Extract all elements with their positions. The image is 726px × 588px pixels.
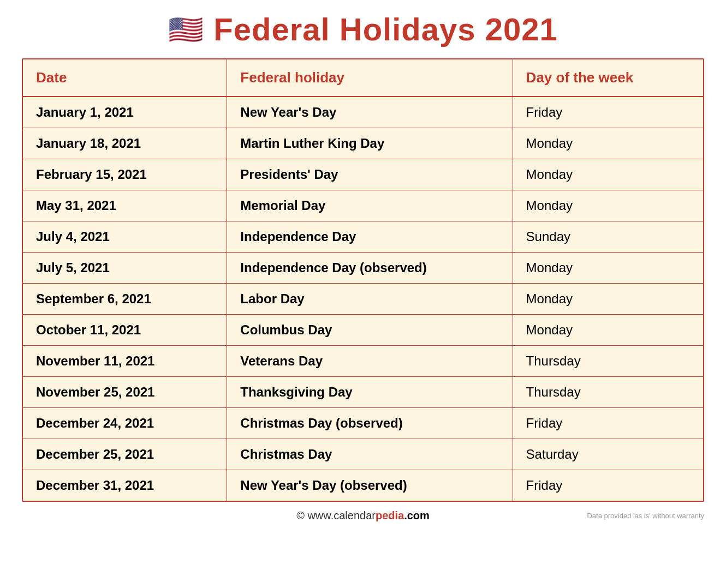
table-row: December 25, 2021Christmas DaySaturday xyxy=(23,439,703,470)
cell-day: Saturday xyxy=(513,439,703,470)
footer-disclaimer: Data provided 'as is' without warranty xyxy=(587,512,704,520)
cell-date: November 11, 2021 xyxy=(23,346,227,377)
cell-holiday: Memorial Day xyxy=(227,190,513,221)
table-row: July 4, 2021Independence DaySunday xyxy=(23,221,703,253)
holidays-table: Date Federal holiday Day of the week Jan… xyxy=(23,59,703,501)
cell-holiday: New Year's Day (observed) xyxy=(227,470,513,501)
cell-holiday: Independence Day xyxy=(227,221,513,253)
cell-holiday: Thanksgiving Day xyxy=(227,377,513,408)
footer-copyright-text: © www.calendar xyxy=(296,509,376,521)
table-row: July 5, 2021Independence Day (observed)M… xyxy=(23,253,703,284)
table-row: January 1, 2021New Year's DayFriday xyxy=(23,97,703,128)
cell-day: Monday xyxy=(513,284,703,315)
cell-day: Monday xyxy=(513,190,703,221)
flag-icon: 🇺🇸 xyxy=(168,15,204,44)
cell-holiday: Christmas Day (observed) xyxy=(227,408,513,439)
cell-holiday: Columbus Day xyxy=(227,315,513,346)
table-row: November 25, 2021Thanksgiving DayThursda… xyxy=(23,377,703,408)
page-title: Federal Holidays 2021 xyxy=(213,11,557,47)
col-holiday-header: Federal holiday xyxy=(227,59,513,97)
cell-holiday: Independence Day (observed) xyxy=(227,253,513,284)
cell-date: December 25, 2021 xyxy=(23,439,227,470)
table-row: September 6, 2021Labor DayMonday xyxy=(23,284,703,315)
table-row: February 15, 2021Presidents' DayMonday xyxy=(23,159,703,190)
col-date-header: Date xyxy=(23,59,227,97)
cell-date: November 25, 2021 xyxy=(23,377,227,408)
cell-holiday: Martin Luther King Day xyxy=(227,128,513,159)
table-row: November 11, 2021Veterans DayThursday xyxy=(23,346,703,377)
cell-day: Monday xyxy=(513,315,703,346)
cell-date: July 4, 2021 xyxy=(23,221,227,253)
cell-holiday: Labor Day xyxy=(227,284,513,315)
cell-date: December 31, 2021 xyxy=(23,470,227,501)
col-day-header: Day of the week xyxy=(513,59,703,97)
cell-date: December 24, 2021 xyxy=(23,408,227,439)
cell-day: Friday xyxy=(513,470,703,501)
cell-day: Monday xyxy=(513,253,703,284)
cell-day: Monday xyxy=(513,128,703,159)
table-row: December 24, 2021Christmas Day (observed… xyxy=(23,408,703,439)
cell-date: October 11, 2021 xyxy=(23,315,227,346)
cell-day: Friday xyxy=(513,97,703,128)
cell-day: Sunday xyxy=(513,221,703,253)
table-row: December 31, 2021New Year's Day (observe… xyxy=(23,470,703,501)
cell-date: September 6, 2021 xyxy=(23,284,227,315)
cell-holiday: New Year's Day xyxy=(227,97,513,128)
cell-date: January 1, 2021 xyxy=(23,97,227,128)
cell-date: January 18, 2021 xyxy=(23,128,227,159)
footer-brand-red: pedia xyxy=(376,509,404,521)
cell-holiday: Presidents' Day xyxy=(227,159,513,190)
cell-date: July 5, 2021 xyxy=(23,253,227,284)
cell-day: Thursday xyxy=(513,377,703,408)
cell-date: February 15, 2021 xyxy=(23,159,227,190)
page-header: 🇺🇸 Federal Holidays 2021 xyxy=(22,11,704,47)
table-row: October 11, 2021Columbus DayMonday xyxy=(23,315,703,346)
cell-date: May 31, 2021 xyxy=(23,190,227,221)
footer-copyright: © www.calendarpedia.com xyxy=(296,509,430,522)
cell-day: Friday xyxy=(513,408,703,439)
table-row: January 18, 2021Martin Luther King DayMo… xyxy=(23,128,703,159)
table-header-row: Date Federal holiday Day of the week xyxy=(23,59,703,97)
footer-domain: .com xyxy=(404,509,430,521)
cell-day: Monday xyxy=(513,159,703,190)
table-row: May 31, 2021Memorial DayMonday xyxy=(23,190,703,221)
cell-day: Thursday xyxy=(513,346,703,377)
cell-holiday: Christmas Day xyxy=(227,439,513,470)
cell-holiday: Veterans Day xyxy=(227,346,513,377)
holidays-table-wrapper: Date Federal holiday Day of the week Jan… xyxy=(22,58,704,502)
page-footer: © www.calendarpedia.com Data provided 'a… xyxy=(22,509,704,522)
